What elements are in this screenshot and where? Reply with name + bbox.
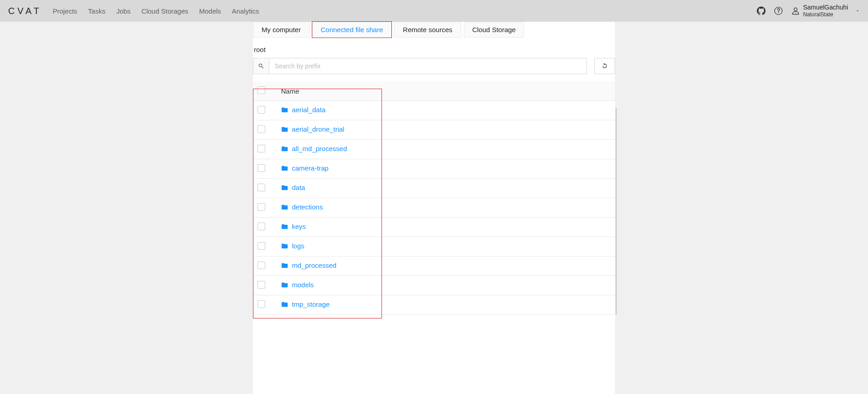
- table-row: keys: [253, 218, 615, 237]
- table-scrollbar[interactable]: [615, 108, 617, 315]
- table-row: data: [253, 179, 615, 198]
- folder-name: logs: [292, 242, 305, 250]
- table-row: tmp_storage: [253, 295, 615, 315]
- user-icon: [791, 6, 800, 15]
- table-row: detections: [253, 198, 615, 218]
- folder-name: camera-trap: [292, 164, 329, 172]
- folder-link[interactable]: aerial_data: [281, 106, 325, 114]
- nav-jobs[interactable]: Jobs: [116, 7, 131, 15]
- tab-remote-sources[interactable]: Remote sources: [394, 22, 461, 38]
- app-logo: CVAT: [8, 6, 42, 16]
- folder-name: keys: [292, 223, 306, 230]
- folder-link[interactable]: aerial_drone_trial: [281, 125, 344, 133]
- table-row: all_md_processed: [253, 140, 615, 159]
- table-row: camera-trap: [253, 159, 615, 179]
- refresh-icon: [601, 62, 608, 71]
- folder-link[interactable]: models: [281, 281, 314, 289]
- folder-icon: [281, 106, 288, 114]
- folder-icon: [281, 204, 288, 211]
- folder-name: detections: [292, 203, 323, 211]
- tab-my-computer[interactable]: My computer: [253, 22, 310, 38]
- search-box: [253, 58, 587, 74]
- folder-name: tmp_storage: [292, 300, 329, 308]
- header-actions: SamuelGachuhi NaturalState: [757, 4, 860, 18]
- source-tabs: My computer Connected file share Remote …: [253, 22, 615, 38]
- row-checkbox[interactable]: [258, 203, 265, 211]
- folder-icon: [281, 165, 288, 172]
- row-checkbox[interactable]: [258, 125, 265, 133]
- table-row: logs: [253, 237, 615, 256]
- folder-icon: [281, 242, 288, 250]
- folder-link[interactable]: tmp_storage: [281, 300, 329, 308]
- folder-link[interactable]: data: [281, 184, 305, 191]
- refresh-button[interactable]: [594, 58, 615, 74]
- row-checkbox[interactable]: [258, 300, 265, 308]
- folder-link[interactable]: all_md_processed: [281, 145, 347, 152]
- column-name: Name: [277, 81, 615, 101]
- folder-name: aerial_data: [292, 106, 325, 114]
- folder-icon: [281, 262, 288, 269]
- file-source-panel: My computer Connected file share Remote …: [253, 22, 615, 394]
- folder-icon: [281, 281, 288, 289]
- folder-link[interactable]: logs: [281, 242, 305, 250]
- folder-name: data: [292, 184, 305, 191]
- row-checkbox[interactable]: [258, 242, 265, 250]
- folder-name: models: [292, 281, 314, 289]
- select-all-checkbox[interactable]: [258, 86, 265, 94]
- folder-link[interactable]: md_processed: [281, 261, 336, 269]
- folder-link[interactable]: detections: [281, 203, 323, 211]
- user-menu[interactable]: SamuelGachuhi NaturalState: [791, 4, 860, 18]
- app-header: CVAT Projects Tasks Jobs Cloud Storages …: [0, 0, 868, 22]
- folder-link[interactable]: keys: [281, 223, 306, 230]
- folder-icon: [281, 223, 288, 230]
- row-checkbox[interactable]: [258, 261, 265, 269]
- table-row: aerial_drone_trial: [253, 120, 615, 140]
- nav-projects[interactable]: Projects: [52, 7, 77, 15]
- main-nav: Projects Tasks Jobs Cloud Storages Model…: [52, 7, 259, 15]
- row-checkbox[interactable]: [258, 164, 265, 172]
- row-checkbox[interactable]: [258, 106, 265, 114]
- file-table: Name aerial_dataaerial_drone_trialall_md…: [253, 81, 615, 315]
- breadcrumb[interactable]: root: [254, 46, 615, 53]
- folder-icon: [281, 301, 288, 308]
- folder-icon: [281, 145, 288, 152]
- user-org: NaturalState: [803, 11, 848, 18]
- row-checkbox[interactable]: [258, 145, 265, 152]
- folder-name: aerial_drone_trial: [292, 125, 344, 133]
- user-name: SamuelGachuhi: [803, 4, 848, 11]
- nav-analytics[interactable]: Analytics: [232, 7, 259, 15]
- table-row: aerial_data: [253, 101, 615, 120]
- help-icon[interactable]: [774, 6, 783, 15]
- folder-icon: [281, 126, 288, 133]
- table-row: md_processed: [253, 256, 615, 276]
- row-checkbox[interactable]: [258, 223, 265, 230]
- search-icon: [253, 58, 269, 74]
- row-checkbox[interactable]: [258, 184, 265, 191]
- nav-models[interactable]: Models: [199, 7, 221, 15]
- row-checkbox[interactable]: [258, 281, 265, 289]
- chevron-down-icon: [855, 9, 860, 13]
- github-icon[interactable]: [757, 6, 766, 15]
- nav-cloud-storages[interactable]: Cloud Storages: [142, 7, 188, 15]
- folder-link[interactable]: camera-trap: [281, 164, 329, 172]
- tab-cloud-storage[interactable]: Cloud Storage: [464, 22, 525, 38]
- folder-icon: [281, 184, 288, 191]
- folder-name: md_processed: [292, 261, 336, 269]
- folder-name: all_md_processed: [292, 145, 347, 152]
- tab-connected-file-share[interactable]: Connected file share: [312, 22, 392, 38]
- nav-tasks[interactable]: Tasks: [88, 7, 105, 15]
- search-input[interactable]: [269, 58, 587, 74]
- table-row: models: [253, 276, 615, 295]
